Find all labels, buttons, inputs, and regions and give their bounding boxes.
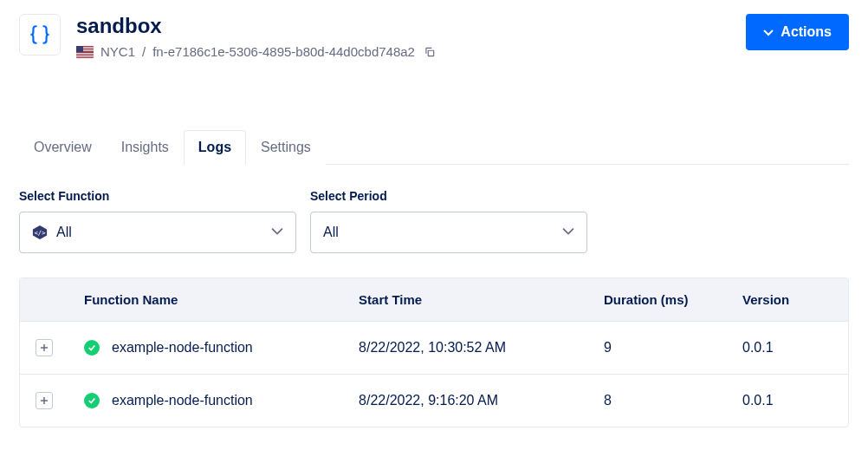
table-row: example-node-function 8/22/2022, 10:30:5…: [20, 321, 848, 374]
duration: 9: [588, 321, 727, 374]
version: 0.0.1: [727, 321, 848, 374]
status-success-icon: [84, 393, 100, 408]
select-period-dropdown[interactable]: All: [310, 212, 587, 253]
function-name: example-node-function: [112, 340, 253, 356]
page-title: sandbox: [76, 14, 746, 39]
select-function-dropdown[interactable]: </> All: [19, 212, 296, 253]
svg-text:</>: </>: [35, 228, 47, 236]
actions-button-label: Actions: [781, 24, 832, 40]
function-type-icon: </>: [32, 225, 48, 240]
actions-button[interactable]: Actions: [746, 14, 849, 50]
select-function-value: All: [56, 225, 262, 240]
duration: 8: [588, 374, 727, 427]
chevron-down-icon: [271, 225, 283, 240]
version: 0.0.1: [727, 374, 848, 427]
col-header-start: Start Time: [343, 278, 588, 322]
svg-rect-0: [428, 50, 433, 55]
table-row: example-node-function 8/22/2022, 9:16:20…: [20, 374, 848, 427]
chevron-down-icon: [562, 225, 574, 240]
start-time: 8/22/2022, 10:30:52 AM: [343, 321, 588, 374]
select-function-label: Select Function: [19, 189, 296, 203]
function-app-icon: [19, 14, 61, 55]
start-time: 8/22/2022, 9:16:20 AM: [343, 374, 588, 427]
tab-settings[interactable]: Settings: [246, 130, 326, 165]
breadcrumb-separator: /: [142, 44, 146, 59]
chevron-down-icon: [763, 27, 774, 37]
tabs: Overview Insights Logs Settings: [19, 129, 849, 165]
resource-id: fn-e7186c1e-5306-4895-b80d-44d0cbd748a2: [152, 44, 415, 59]
select-period-value: All: [323, 225, 554, 240]
tab-logs[interactable]: Logs: [184, 130, 246, 165]
status-success-icon: [84, 340, 100, 356]
region-flag-icon: [76, 46, 94, 58]
col-header-version: Version: [727, 278, 848, 322]
col-header-name: Function Name: [68, 278, 343, 322]
tab-insights[interactable]: Insights: [107, 130, 184, 165]
expand-row-button[interactable]: [36, 339, 53, 356]
copy-icon[interactable]: [422, 44, 437, 60]
region-label: NYC1: [100, 44, 135, 59]
logs-table: Function Name Start Time Duration (ms) V…: [20, 278, 848, 427]
expand-row-button[interactable]: [36, 392, 53, 409]
select-period-label: Select Period: [310, 189, 587, 203]
function-name: example-node-function: [112, 393, 253, 408]
breadcrumb: NYC1 / fn-e7186c1e-5306-4895-b80d-44d0cb…: [76, 44, 746, 60]
col-header-duration: Duration (ms): [588, 278, 727, 322]
tab-overview[interactable]: Overview: [19, 130, 107, 165]
